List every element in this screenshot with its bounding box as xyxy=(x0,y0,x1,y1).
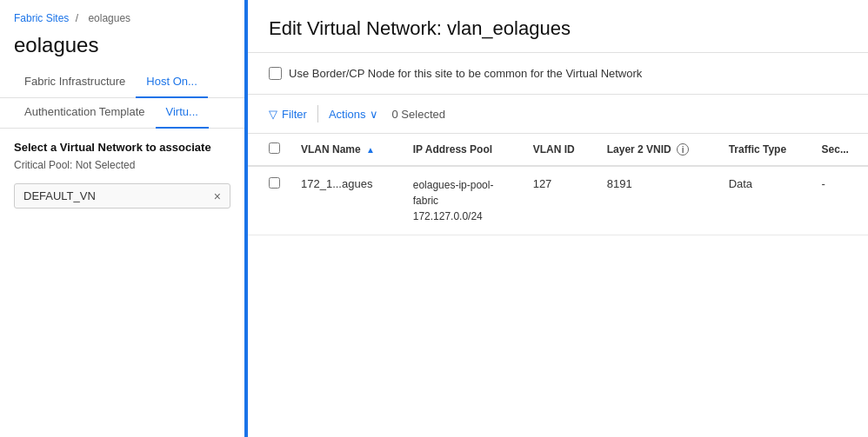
row-sec: - xyxy=(811,166,868,235)
col-vlan-name: VLAN Name ▲ xyxy=(290,134,403,166)
row-layer2-vnid: 8191 xyxy=(597,166,718,235)
tabs-row-2: Authentication Template Virtu... xyxy=(0,98,244,129)
right-header: Edit Virtual Network: vlan_eolagues xyxy=(248,0,868,53)
filter-button[interactable]: ▽ Filter xyxy=(269,108,307,121)
left-panel: Fabric Sites / eolagues eolagues Fabric … xyxy=(0,0,248,437)
breadcrumb: Fabric Sites / eolagues xyxy=(0,0,244,30)
tab-virtual-network[interactable]: Virtu... xyxy=(156,98,209,129)
row-vlan-id: 127 xyxy=(523,166,597,235)
chevron-down-icon: ∨ xyxy=(370,108,378,121)
col-vlan-id: VLAN ID xyxy=(523,134,597,166)
tabs-row-1: Fabric Infrastructure Host On... xyxy=(0,68,244,98)
selected-vn-name: DEFAULT_VN xyxy=(23,189,96,202)
actions-button[interactable]: Actions ∨ xyxy=(329,108,378,121)
vlan-table: VLAN Name ▲ IP Address Pool VLAN ID Laye… xyxy=(248,134,868,235)
col-ip-address-pool: IP Address Pool xyxy=(403,134,523,166)
col-traffic-type: Traffic Type xyxy=(718,134,811,166)
table-container: VLAN Name ▲ IP Address Pool VLAN ID Laye… xyxy=(248,134,868,437)
row-checkbox[interactable] xyxy=(269,177,280,189)
actions-label: Actions xyxy=(329,108,366,121)
breadcrumb-current: eolagues xyxy=(88,12,130,24)
critical-pool-label: Critical Pool: Not Selected xyxy=(14,159,230,171)
left-content: Select a Virtual Network to associate Cr… xyxy=(0,129,244,437)
table-body: 172_1...agues eolagues-ip-pool- fabric 1… xyxy=(248,166,868,235)
selected-virtual-network-item: DEFAULT_VN × xyxy=(14,183,230,209)
tab-fabric-infrastructure[interactable]: Fabric Infrastructure xyxy=(14,68,136,98)
right-panel: Edit Virtual Network: vlan_eolagues Use … xyxy=(248,0,868,437)
ip-pool-line1: eolagues-ip-pool- xyxy=(413,177,512,193)
row-vlan-name: 172_1...agues xyxy=(290,166,403,235)
table-header: VLAN Name ▲ IP Address Pool VLAN ID Laye… xyxy=(248,134,868,166)
col-checkbox xyxy=(248,134,290,166)
border-cp-node-checkbox[interactable] xyxy=(269,67,282,80)
layer2-vnid-info-icon[interactable]: i xyxy=(677,143,689,156)
select-all-checkbox[interactable] xyxy=(269,142,280,154)
selected-count: 0 Selected xyxy=(392,108,445,121)
filter-label: Filter xyxy=(282,108,307,121)
border-cp-node-label: Use Border/CP Node for this site to be c… xyxy=(289,67,642,80)
remove-vn-button[interactable]: × xyxy=(214,190,221,202)
row-checkbox-cell xyxy=(248,166,290,235)
col-sec: Sec... xyxy=(811,134,868,166)
section-label: Select a Virtual Network to associate xyxy=(14,141,230,154)
breadcrumb-parent-link[interactable]: Fabric Sites xyxy=(14,12,69,24)
row-traffic-type: Data xyxy=(718,166,811,235)
col-layer2-vnid: Layer 2 VNID i xyxy=(597,134,718,166)
filter-icon: ▽ xyxy=(269,108,277,121)
ip-pool-line2: fabric xyxy=(413,193,512,209)
toolbar: ▽ Filter Actions ∨ 0 Selected xyxy=(248,95,868,134)
table-row: 172_1...agues eolagues-ip-pool- fabric 1… xyxy=(248,166,868,235)
tab-authentication-template[interactable]: Authentication Template xyxy=(14,98,156,129)
page-title: Edit Virtual Network: vlan_eolagues xyxy=(269,17,847,40)
breadcrumb-separator: / xyxy=(76,12,78,24)
tab-host-onboarding[interactable]: Host On... xyxy=(136,68,208,98)
toolbar-divider xyxy=(317,105,318,122)
ip-pool-line3: 172.127.0.0/24 xyxy=(413,209,512,224)
site-title: eolagues xyxy=(0,30,244,68)
border-cp-node-row: Use Border/CP Node for this site to be c… xyxy=(248,53,868,95)
row-ip-address-pool: eolagues-ip-pool- fabric 172.127.0.0/24 xyxy=(403,166,523,235)
sort-icon-vlan-name: ▲ xyxy=(366,145,375,155)
